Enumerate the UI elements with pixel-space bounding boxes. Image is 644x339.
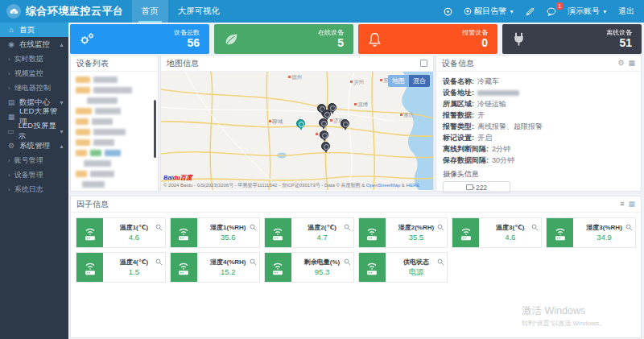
sensor-card[interactable]: 湿度3(%RH)34.9 xyxy=(546,217,636,248)
account-dropdown[interactable]: 演示账号 ▼ xyxy=(568,6,608,17)
alert-mode-dropdown[interactable]: 醒目告警 ▼ xyxy=(464,6,514,17)
sidebar-item-video-monitor[interactable]: › 视频监控 xyxy=(0,66,68,81)
chevron-right-icon: › xyxy=(8,85,10,92)
magnifier-icon[interactable] xyxy=(437,254,444,269)
device-marker[interactable] xyxy=(322,110,331,118)
list-item[interactable] xyxy=(76,108,151,114)
cloud-logo-icon xyxy=(6,4,21,19)
monitor-icon: ◉ xyxy=(6,40,16,48)
sidebar-item-home[interactable]: ⌂ 首页 xyxy=(0,23,68,37)
device-marker[interactable] xyxy=(320,130,328,139)
magnifier-icon[interactable] xyxy=(250,220,257,234)
factors-title: 因子信息 xyxy=(76,199,109,210)
chevron-up-icon: ▲ xyxy=(59,42,64,48)
video-icon xyxy=(466,184,473,190)
list-item[interactable] xyxy=(76,97,151,104)
logout-button[interactable]: 退出 xyxy=(618,6,634,17)
list-view-icon[interactable]: ≡ xyxy=(620,200,624,209)
sidebar-item-realtime-data[interactable]: › 实时数据 xyxy=(0,52,68,66)
sensor-card[interactable]: 温度3(℃)4.6 xyxy=(452,217,542,248)
list-item[interactable] xyxy=(76,160,151,167)
stat-label: 在线设备 xyxy=(318,29,344,37)
info-field-alarm-type: 报警类型:离线报警、超限报警 xyxy=(443,121,634,132)
list-item[interactable] xyxy=(76,87,151,93)
device-marker[interactable] xyxy=(321,142,330,151)
led-screen-icon: ▦ xyxy=(6,113,16,121)
alert-dropdown-label: 醒目告警 xyxy=(474,6,506,17)
city-label: 潍坊 xyxy=(400,112,414,119)
device-list-redacted[interactable] xyxy=(71,72,158,188)
magnifier-icon[interactable] xyxy=(155,220,163,234)
sensor-card[interactable]: 温度4(℃)1.5 xyxy=(76,252,166,283)
city-label: 聊城 xyxy=(269,118,283,126)
magnifier-icon[interactable] xyxy=(625,220,633,234)
device-info-title: 设备信息 xyxy=(442,58,474,69)
broadcast-icon[interactable] xyxy=(443,6,453,17)
info-field-offline-interval: 离线判断间隔:2分钟 xyxy=(443,143,634,155)
redacted-address xyxy=(477,90,519,96)
chevron-right-icon: › xyxy=(8,157,10,164)
home-icon: ⌂ xyxy=(6,26,16,34)
leaf-icon xyxy=(222,31,240,48)
sensor-card[interactable]: 剩余电量(%)95.3 xyxy=(264,252,354,283)
sensor-card[interactable]: 供电状态电源 xyxy=(358,252,448,283)
stat-label: 离线设备 xyxy=(606,29,632,37)
sensor-device-icon xyxy=(171,253,197,282)
magnifier-icon[interactable] xyxy=(437,220,444,234)
grid-icon[interactable]: ▦ xyxy=(628,59,635,68)
list-item[interactable] xyxy=(76,171,151,177)
sidebar-item-system-log[interactable]: › 系统日志 xyxy=(0,182,68,196)
gear-icon[interactable]: ⚙ xyxy=(617,59,624,68)
message-icon[interactable]: 1 xyxy=(546,6,557,17)
target-icon xyxy=(464,7,472,15)
sensor-device-icon xyxy=(76,253,103,282)
sensor-card[interactable]: 湿度4(%RH)15.2 xyxy=(170,252,260,283)
magnifier-icon[interactable] xyxy=(344,254,351,269)
device-marker-online[interactable] xyxy=(296,119,305,128)
sensor-card[interactable]: 湿度2(%RH)35.5 xyxy=(358,217,448,248)
chevron-right-icon: › xyxy=(8,56,10,63)
list-item[interactable] xyxy=(76,181,151,188)
alarm-mute-icon[interactable] xyxy=(525,6,535,17)
sidebar-item-relay-control[interactable]: › 继电器控制 xyxy=(0,81,68,95)
expand-icon[interactable] xyxy=(420,60,427,67)
menu-item-home[interactable]: 首页 xyxy=(132,0,168,23)
device-marker[interactable] xyxy=(341,119,349,128)
map-type-map-button[interactable]: 地图 xyxy=(388,75,409,87)
map-type-hybrid-button[interactable]: 混合 xyxy=(409,75,430,87)
magnifier-icon[interactable] xyxy=(531,220,539,234)
sidebar-item-device-mgmt[interactable]: › 设备管理 xyxy=(0,167,68,182)
list-item[interactable] xyxy=(76,76,151,83)
map-canvas[interactable]: 德州 滨州 东营 聊城 济南 淄博 潍坊 泰安 地图 混合 Baidu百度 © … xyxy=(161,72,433,190)
sidebar-item-account-mgmt[interactable]: › 账号管理 xyxy=(0,153,68,167)
camera-button[interactable]: 222 xyxy=(443,181,510,193)
stat-card-alarm-devices: 报警设备 0 xyxy=(358,24,497,54)
list-item[interactable] xyxy=(76,118,151,125)
scrollbar[interactable] xyxy=(154,100,156,158)
here-link[interactable]: HERE xyxy=(407,183,420,188)
grid-view-icon[interactable]: ▦ xyxy=(628,200,635,209)
sidebar-item-online-monitor[interactable]: ◉ 在线监控 ▲ xyxy=(0,37,68,52)
menu-item-bigscreen[interactable]: 大屏可视化 xyxy=(168,0,230,23)
info-field-name: 设备名称:冷藏车 xyxy=(443,76,634,87)
list-item[interactable] xyxy=(76,129,151,135)
sidebar-item-led-cast-display[interactable]: ▭ LED投屏显示 ▼ xyxy=(0,124,68,138)
stat-value: 51 xyxy=(606,37,632,49)
info-field-save-interval: 保存数据间隔:30分钟 xyxy=(443,155,634,166)
info-field-region: 所属区域:冷链运输 xyxy=(443,98,634,110)
sensor-card[interactable]: 湿度1(%RH)35.6 xyxy=(170,217,260,248)
magnifier-icon[interactable] xyxy=(250,254,257,269)
info-field-alarm-data: 报警数据:开 xyxy=(443,110,634,121)
osm-link[interactable]: OpenStreetMap xyxy=(366,183,400,188)
chevron-right-icon: › xyxy=(8,172,10,179)
list-item[interactable] xyxy=(76,150,151,156)
chevron-up-icon: ▲ xyxy=(59,143,64,149)
stat-value: 0 xyxy=(462,37,488,49)
magnifier-icon[interactable] xyxy=(155,254,163,269)
sensor-card[interactable]: 温度2(℃)4.7 xyxy=(264,217,354,248)
list-item[interactable] xyxy=(76,139,151,146)
magnifier-icon[interactable] xyxy=(344,220,351,234)
city-label: 淄博 xyxy=(354,101,368,109)
sensor-card[interactable]: 温度1(℃)4.6 xyxy=(76,217,166,248)
device-marker[interactable] xyxy=(319,118,328,127)
